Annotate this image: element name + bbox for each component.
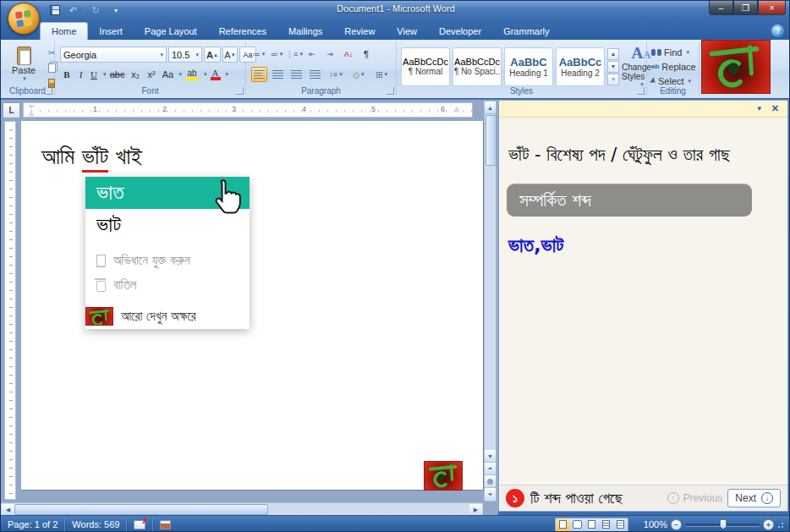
browse-previous-icon[interactable]: ⏶ xyxy=(485,463,496,475)
style-heading-1[interactable]: AaBbC Heading 1 xyxy=(504,47,553,86)
vertical-ruler[interactable] xyxy=(4,121,16,500)
bullets-button[interactable]: ≔▾ xyxy=(251,47,266,62)
previous-button[interactable]: ↑ Previous xyxy=(667,492,723,504)
browse-next-icon[interactable]: ⏷ xyxy=(485,488,496,501)
page-indicator[interactable]: Page: 1 of 2 xyxy=(1,518,65,531)
close-button[interactable]: × xyxy=(758,1,786,15)
line-spacing-button[interactable]: ↕≡▾ xyxy=(326,67,346,82)
numbering-button[interactable]: ≕▾ xyxy=(269,47,284,62)
suggestion-item-2[interactable]: ভাট xyxy=(85,209,250,241)
tab-page-layout[interactable]: Page Layout xyxy=(134,22,208,40)
font-dialog-launcher[interactable] xyxy=(236,87,244,95)
okkhor-addin-logo[interactable] xyxy=(701,40,771,94)
select-browse-object-icon[interactable] xyxy=(485,475,496,488)
font-color-button[interactable]: A xyxy=(209,67,222,82)
tab-home[interactable]: Home xyxy=(40,22,88,40)
scroll-up-icon[interactable]: ▲ xyxy=(485,101,496,114)
sort-button[interactable]: A↓ xyxy=(340,47,357,62)
proofing-status-button[interactable] xyxy=(127,518,153,531)
tab-grammarly[interactable]: Grammarly xyxy=(492,22,560,40)
okkhor-logo-image[interactable] xyxy=(424,461,463,491)
tab-insert[interactable]: Insert xyxy=(88,22,134,40)
tab-references[interactable]: References xyxy=(208,22,277,40)
macro-record-button[interactable] xyxy=(153,518,178,531)
panel-close-icon[interactable]: ✕ xyxy=(771,103,779,114)
styles-dialog-launcher[interactable] xyxy=(637,87,645,95)
show-hide-marks-button[interactable]: ¶ xyxy=(359,47,373,62)
cancel-item[interactable]: বাতিল xyxy=(85,272,250,297)
decrease-indent-button[interactable]: ⇤ xyxy=(304,47,320,62)
panel-menu-chevron-icon[interactable]: ▼ xyxy=(756,105,763,112)
increase-indent-button[interactable]: ⇥ xyxy=(322,47,337,62)
misspelled-word[interactable]: ভাঁট xyxy=(82,143,108,173)
document-text[interactable]: আমি ভাঁট খাই xyxy=(41,143,142,170)
clipboard-dialog-launcher[interactable] xyxy=(45,87,52,95)
zoom-in-button[interactable]: + xyxy=(763,519,774,530)
zoom-slider-thumb[interactable] xyxy=(720,519,727,529)
underline-button[interactable]: U xyxy=(88,67,100,82)
styles-scroll-down-icon[interactable]: ▼ xyxy=(607,61,619,73)
style-normal[interactable]: AaBbCcDc ¶ Normal xyxy=(401,47,450,86)
help-icon[interactable]: ? xyxy=(771,25,784,37)
web-layout-view-button[interactable] xyxy=(584,518,599,531)
next-button[interactable]: Next ↓ xyxy=(727,489,781,507)
align-center-button[interactable] xyxy=(270,67,286,82)
add-to-dictionary-item[interactable]: অভিধানে যুক্ত করুন xyxy=(85,248,250,272)
print-layout-view-button[interactable] xyxy=(556,518,570,531)
word-count[interactable]: Words: 569 xyxy=(65,518,127,531)
related-words-links[interactable]: ভাত,ভাট xyxy=(508,234,563,257)
subscript-button[interactable]: x₂ xyxy=(129,67,143,82)
tab-developer[interactable]: Developer xyxy=(428,22,492,40)
borders-button[interactable]: ⊞▾ xyxy=(371,67,392,82)
scroll-left-icon[interactable]: ◀ xyxy=(2,504,14,515)
see-more-item[interactable]: আরো দেখুন অক্ষরে xyxy=(85,304,250,329)
multilevel-list-button[interactable]: ⋮≡▾ xyxy=(287,47,302,62)
scroll-down-icon[interactable]: ▼ xyxy=(485,450,496,463)
tab-stop-selector[interactable]: L xyxy=(3,102,20,118)
outline-view-button[interactable] xyxy=(599,518,613,531)
zoom-slider[interactable] xyxy=(685,524,760,526)
fullscreen-reading-view-button[interactable] xyxy=(570,518,584,531)
bold-button[interactable]: B xyxy=(60,67,74,82)
shrink-font-button[interactable]: A▼ xyxy=(222,47,238,63)
tab-mailings[interactable]: Mailings xyxy=(277,22,333,40)
style-heading-2[interactable]: AaBbCc Heading 2 xyxy=(556,47,605,86)
zoom-out-button[interactable]: − xyxy=(671,519,682,530)
qat-customize-button[interactable]: ▼ xyxy=(107,3,124,18)
superscript-button[interactable]: x² xyxy=(145,67,159,82)
paste-button[interactable]: Paste ▾ xyxy=(6,45,41,92)
strikethrough-button[interactable]: abc xyxy=(108,67,127,82)
grow-font-button[interactable]: A▲ xyxy=(204,47,221,63)
indent-marker-left[interactable] xyxy=(28,105,35,116)
replace-button[interactable]: abReplace xyxy=(651,59,696,74)
vertical-scroll-thumb[interactable] xyxy=(486,115,496,166)
horizontal-scroll-thumb[interactable] xyxy=(14,504,268,515)
italic-button[interactable]: I xyxy=(75,67,86,82)
suggestion-item-1[interactable]: ভাত xyxy=(85,177,250,209)
tab-view[interactable]: View xyxy=(386,22,428,40)
minimize-button[interactable]: – xyxy=(709,1,733,15)
change-case-button[interactable]: Aa xyxy=(161,67,176,82)
style-no-spacing[interactable]: AaBbCcDc ¶ No Spaci... xyxy=(453,47,502,86)
save-button[interactable] xyxy=(47,3,63,18)
redo-button[interactable]: ↻ xyxy=(87,3,104,18)
tab-review[interactable]: Review xyxy=(333,22,386,40)
shading-button[interactable]: ◇▾ xyxy=(348,67,369,82)
horizontal-ruler[interactable]: 1 2 3 4 5 6 xyxy=(23,102,473,118)
vertical-scrollbar[interactable]: ▲ ▼ ⏶ ⏷ xyxy=(484,101,496,502)
scroll-right-icon[interactable]: ▶ xyxy=(469,504,482,515)
office-button[interactable] xyxy=(8,3,40,35)
styles-scroll-up-icon[interactable]: ▲ xyxy=(607,48,619,60)
zoom-level[interactable]: 100% xyxy=(644,519,667,529)
align-right-button[interactable] xyxy=(288,67,304,82)
paragraph-dialog-launcher[interactable] xyxy=(387,87,394,95)
text-highlight-button[interactable]: ab xyxy=(184,67,200,82)
justify-button[interactable] xyxy=(307,67,323,82)
undo-button[interactable]: ↶▾ xyxy=(67,3,84,18)
horizontal-scrollbar[interactable]: ◀ ▶ xyxy=(1,502,483,515)
related-words-button[interactable]: সম্পর্কিত শব্দ xyxy=(507,184,752,217)
styles-gallery-more-icon[interactable]: ≡ xyxy=(607,74,619,85)
align-left-button[interactable] xyxy=(251,67,267,82)
resize-grip[interactable] xyxy=(777,520,786,529)
maximize-button[interactable]: ❐ xyxy=(733,1,758,15)
